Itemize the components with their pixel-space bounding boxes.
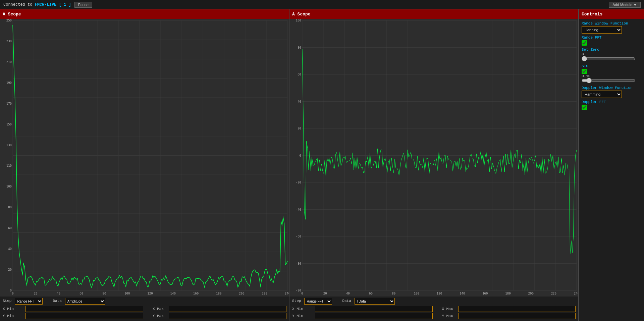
topbar: Connected to FMCW-LIVE [ 1 ] Pause Add M…: [0, 0, 644, 9]
controls-body: Range Window Function Hanning Hamming Bl…: [579, 19, 644, 113]
range-window-section: Range Window Function Hanning Hamming Bl…: [582, 21, 641, 34]
doppler-window-select[interactable]: Hamming Hanning Blackman Rectangular: [582, 91, 622, 98]
main-area: A Scope Step Range FFT Doppler FFT Data …: [0, 9, 644, 321]
scopes-area: A Scope Step Range FFT Doppler FFT Data …: [0, 9, 579, 321]
scope1-title: A Scope: [0, 9, 289, 19]
scope2-xmin-input[interactable]: [315, 306, 433, 312]
scope1-ymin-label: Y Min: [3, 314, 23, 318]
scope1-ymin-input[interactable]: [25, 313, 143, 319]
scope2-xy-controls: X Min X Max Y Min Y Max: [292, 306, 576, 319]
scope2-chart: [289, 19, 578, 297]
scope2-data-label: Data: [342, 299, 351, 303]
scope2-xmax-input[interactable]: [458, 306, 576, 312]
controls-panel: Controls Range Window Function Hanning H…: [579, 9, 644, 321]
scope2-title: A Scope: [289, 9, 578, 19]
scope-panel-2: A Scope Step Range FFT Doppler FFT Data …: [289, 9, 579, 321]
doppler-window-label: Doppler Window Function: [582, 86, 641, 90]
stc-label: STC: [582, 64, 641, 68]
scope-panel-1: A Scope Step Range FFT Doppler FFT Data …: [0, 9, 289, 321]
stc-checkbox[interactable]: [582, 69, 587, 74]
scope1-xmax-label: X Max: [153, 307, 166, 311]
scope2-xmin-label: X Min: [292, 307, 312, 311]
scope1-ymax-input[interactable]: [169, 313, 286, 319]
scope2-bottom: Step Range FFT Doppler FFT Data I Data Q…: [289, 297, 578, 321]
scope1-step-select[interactable]: Range FFT Doppler FFT: [15, 298, 43, 305]
doppler-window-section: Doppler Window Function Hamming Hanning …: [582, 86, 641, 98]
scope2-ymin-input[interactable]: [315, 313, 433, 319]
range-fft-checkbox[interactable]: [582, 40, 587, 46]
range-window-label: Range Window Function: [582, 21, 641, 25]
scope1-data-label: Data: [53, 299, 61, 303]
stc-section: STC 0.10: [582, 64, 641, 84]
scope1-data-select[interactable]: Amplitude I Data Q Data: [65, 298, 105, 305]
set-zero-section: Set Zero 0: [582, 48, 641, 62]
scope2-xmax-label: X Max: [442, 307, 455, 311]
scope1-step-label: Step: [3, 299, 11, 303]
scope1-bottom: Step Range FFT Doppler FFT Data Amplitud…: [0, 297, 289, 321]
scope2-step-label: Step: [292, 299, 301, 303]
scope1-chart: [0, 19, 289, 297]
device-name: FMCW-LIVE [ 1 ]: [35, 2, 71, 7]
controls-title: Controls: [579, 9, 644, 19]
stc-slider[interactable]: [582, 78, 635, 83]
scope2-ymin-label: Y Min: [292, 314, 312, 318]
connection-status: Connected to FMCW-LIVE [ 1 ]: [3, 2, 71, 7]
pause-button[interactable]: Pause: [74, 2, 92, 8]
topbar-left: Connected to FMCW-LIVE [ 1 ] Pause: [3, 2, 92, 8]
scope2-step-select[interactable]: Range FFT Doppler FFT: [304, 298, 332, 305]
scope1-xmax-input[interactable]: [169, 306, 286, 312]
set-zero-label: Set Zero: [582, 48, 641, 52]
scope1-xy-controls: X Min X Max Y Min Y Max: [3, 306, 286, 319]
add-module-button[interactable]: Add Module ▼: [609, 2, 641, 8]
scope2-canvas: [289, 19, 578, 297]
doppler-fft-section: Doppler FFT: [582, 100, 641, 110]
doppler-fft-row: [582, 105, 641, 110]
range-window-select[interactable]: Hanning Hamming Blackman Rectangular: [582, 26, 622, 34]
scope1-canvas: [0, 19, 289, 297]
doppler-fft-label: Doppler FFT: [582, 100, 641, 104]
range-fft-section: Range FFT: [582, 36, 641, 46]
range-fft-label: Range FFT: [582, 36, 641, 40]
scope2-ymax-input[interactable]: [458, 313, 576, 319]
scope2-ymax-label: Y Max: [442, 314, 455, 318]
scope1-xmin-label: X Min: [3, 307, 23, 311]
scope1-ymax-label: Y Max: [153, 314, 166, 318]
stc-row: [582, 69, 641, 74]
range-fft-row: [582, 40, 641, 46]
set-zero-slider[interactable]: [582, 56, 635, 61]
doppler-fft-checkbox[interactable]: [582, 105, 587, 110]
scope2-data-select[interactable]: I Data Q Data Amplitude: [355, 298, 395, 305]
scope1-xmin-input[interactable]: [25, 306, 143, 312]
